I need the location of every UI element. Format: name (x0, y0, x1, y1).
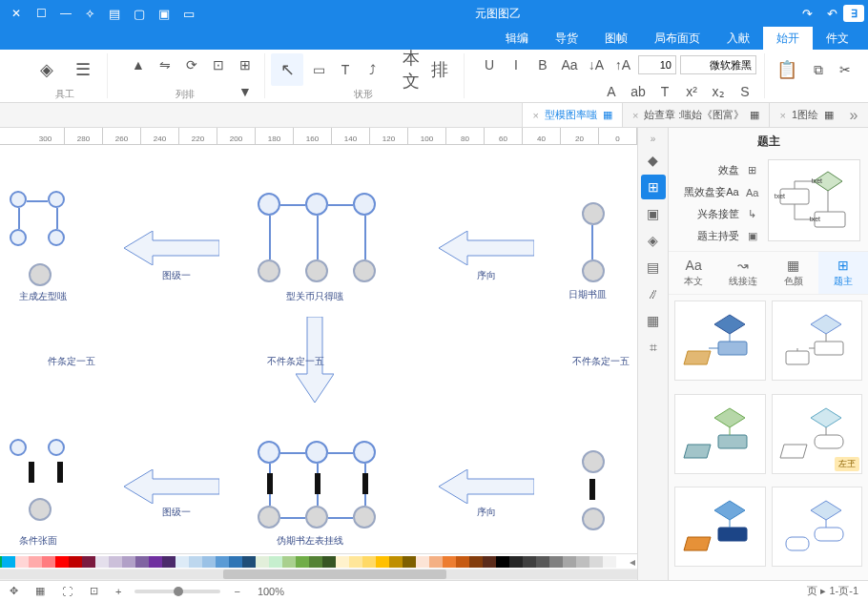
theme-item-2[interactable]: 左玊 (772, 394, 863, 474)
color-swatch[interactable] (42, 556, 55, 568)
cut-button[interactable]: ✂ (834, 58, 857, 81)
color-swatch[interactable] (523, 556, 536, 568)
subtab-color[interactable]: ▦色颜 (769, 252, 818, 294)
arrow-shape[interactable] (124, 231, 219, 265)
color-swatch[interactable] (109, 556, 122, 568)
color-swatch[interactable] (189, 556, 202, 568)
color-swatch[interactable] (95, 556, 109, 568)
subtab-text[interactable]: Aa本文 (669, 252, 718, 294)
top-icon-e[interactable]: ⟡ (78, 3, 101, 24)
theme-item-5[interactable] (674, 487, 766, 567)
ts-table[interactable]: ▦ (641, 308, 666, 333)
color-swatch[interactable] (603, 556, 616, 568)
horizontal-scrollbar[interactable] (0, 569, 637, 580)
color-swatch[interactable] (242, 556, 256, 568)
ts-shapes[interactable]: ⊞ (641, 175, 666, 199)
arrow-shape[interactable] (439, 469, 534, 504)
color-swatch[interactable] (322, 556, 336, 568)
arrow-shape[interactable] (439, 231, 534, 265)
sup-button[interactable]: x² (680, 80, 703, 103)
font-family-combo[interactable] (680, 55, 756, 74)
canvas-viewport[interactable]: 日期书皿 序向 型关币只得嗤 (0, 145, 637, 580)
color-swatch[interactable] (29, 556, 42, 568)
subtab-theme[interactable]: ⊞题主 (818, 252, 868, 294)
color-swatch[interactable] (376, 556, 389, 568)
top-icon-d[interactable]: ▤ (103, 3, 126, 24)
color-swatch[interactable] (296, 556, 309, 568)
fullscreen-button[interactable]: ⛶ (58, 586, 76, 597)
strike-button[interactable]: S (734, 80, 756, 103)
fit-button[interactable]: ⊡ (86, 585, 102, 597)
zoom-in-button[interactable]: + (112, 586, 125, 597)
tab-layout[interactable]: 局布面页 (641, 27, 713, 50)
connector-tool[interactable]: ⤴ (361, 58, 383, 81)
color-swatch[interactable] (0, 556, 2, 568)
ts-page[interactable]: ▤ (641, 255, 666, 280)
color-swatch[interactable] (576, 556, 589, 568)
color-swatch[interactable] (162, 556, 176, 568)
undo-button[interactable]: ↶ (820, 3, 843, 24)
opt-effect[interactable]: ⊞效盘 (676, 159, 760, 181)
palette-more[interactable]: ◂ (630, 555, 635, 569)
color-swatch[interactable] (616, 556, 630, 568)
highlight-button[interactable]: ab (627, 80, 650, 103)
zoom-out-button[interactable]: − (230, 586, 243, 597)
theme-item-3[interactable] (674, 394, 766, 474)
close-button[interactable]: ✕ (4, 3, 29, 24)
font-case-button[interactable]: Aa (558, 53, 581, 76)
ts-chart[interactable]: ⫽ (641, 281, 666, 306)
color-swatch[interactable] (589, 556, 603, 568)
color-swatch[interactable] (309, 556, 322, 568)
paste-button[interactable]: 📋 (771, 53, 803, 86)
color-swatch[interactable] (349, 556, 362, 568)
font-dec-button[interactable]: A↓ (585, 53, 608, 76)
page-selector[interactable]: 1-页 ▸ 1-页 (803, 584, 862, 598)
rotate-button[interactable]: ⟳ (180, 53, 203, 76)
color-swatch[interactable] (443, 556, 456, 568)
color-swatch[interactable] (202, 556, 216, 568)
doctab-0[interactable]: ▦ 1图绘 × (769, 103, 843, 127)
group-button[interactable]: ⊡ (207, 53, 230, 76)
subtab-conn[interactable]: ↝线接连 (718, 252, 768, 294)
font-inc-button[interactable]: A↑ (611, 53, 634, 76)
color-swatch[interactable] (69, 556, 82, 568)
italic-button[interactable]: I (505, 53, 527, 76)
color-swatch[interactable] (149, 556, 162, 568)
underline-button[interactable]: U (478, 53, 501, 76)
color-swatch[interactable] (55, 556, 69, 568)
zoom-pct[interactable]: 100% (254, 586, 288, 597)
redo-button[interactable]: ↷ (796, 3, 818, 24)
font-size-combo[interactable] (638, 55, 676, 74)
opt-style[interactable]: Aa黑效盘妾Aa (676, 181, 760, 203)
color-swatch[interactable] (256, 556, 269, 568)
doctab-close[interactable]: × (632, 110, 638, 121)
tab-file[interactable]: 件文 (813, 27, 862, 50)
canvas-page[interactable]: 日期书皿 序向 型关币只得嗤 (0, 145, 637, 580)
color-swatch[interactable] (429, 556, 443, 568)
scroll-thumb[interactable] (223, 570, 446, 579)
bold-button[interactable]: B (531, 53, 554, 76)
color-swatch[interactable] (122, 556, 135, 568)
flip-button[interactable]: ⇋ (154, 53, 176, 76)
layers-button[interactable]: ◈ (31, 53, 63, 86)
ts-image[interactable]: ▣ (641, 201, 666, 226)
opt-conn[interactable]: ↳兴条接筐 (676, 203, 760, 225)
text-tool[interactable]: T (334, 58, 357, 81)
clear-format-button[interactable]: T (653, 80, 676, 103)
arrow-shape[interactable] (124, 469, 219, 504)
doctab-close[interactable]: × (532, 110, 538, 121)
opt-theme[interactable]: ▣题主持受 (676, 225, 760, 247)
color-swatch[interactable] (229, 556, 242, 568)
doctab-nav[interactable]: « (843, 103, 864, 127)
back-button[interactable]: ▼ (234, 80, 257, 103)
doctab-2[interactable]: ▦ 型模图率嗤 × (522, 103, 621, 127)
shape-text-button[interactable]: 本文 (387, 53, 420, 86)
shape-style-button[interactable]: 排 (424, 53, 456, 86)
sub-button[interactable]: x₂ (707, 80, 730, 103)
color-swatch[interactable] (536, 556, 549, 568)
color-swatch[interactable] (15, 556, 29, 568)
rect-tool[interactable]: ▭ (307, 58, 330, 81)
color-swatch[interactable] (509, 556, 523, 568)
color-swatch[interactable] (2, 556, 15, 568)
tab-help[interactable]: 辑编 (492, 27, 542, 50)
